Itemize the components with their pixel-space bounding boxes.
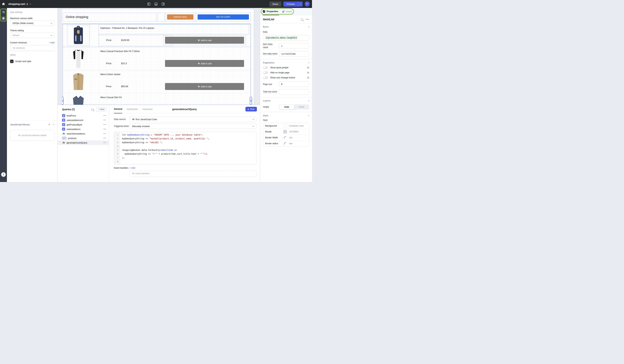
scripts-and-style-label: Scripts and style (15, 60, 31, 63)
height-option-fixed[interactable]: Fixed (294, 105, 309, 109)
new-query-button[interactable]: + New (96, 107, 107, 112)
style-row-label: Background (265, 125, 283, 127)
panel-bottom-icon[interactable] (155, 2, 158, 6)
color-swatch[interactable] (283, 124, 287, 128)
query-list-item[interactable]: fselectedItemsArr••• (57, 118, 109, 122)
style-row-value: 1px (289, 136, 293, 139)
canvas-width-select[interactable]: 1920px (Wide screen) (10, 21, 54, 26)
app-canvas[interactable]: Online shopping Refresh items GO TO CART… (61, 9, 254, 105)
product-row[interactable]: Fjallraven - Foldsack No. 1 Backpack, Fi… (63, 24, 251, 47)
plus-icon[interactable]: + (48, 123, 50, 126)
search-icon[interactable] (301, 18, 303, 21)
query-list-item[interactable]: xselectedItems••• (57, 127, 109, 131)
search-icon[interactable] (91, 108, 94, 111)
ellipsis-icon[interactable]: ••• (103, 132, 106, 135)
query-list-item[interactable]: JsgenerateInsertQuery••• (57, 140, 109, 145)
add-event-handler-button[interactable]: + Add (130, 167, 135, 169)
panel-left-icon[interactable] (147, 2, 151, 6)
shortcuts-empty: No shortcuts (10, 45, 54, 51)
product-row[interactable]: Mens Casual Premium Slim Fit T-ShirtsPri… (63, 47, 251, 70)
ellipsis-icon[interactable]: ••• (103, 119, 106, 121)
ellipsis-icon[interactable]: ••• (306, 18, 309, 21)
total-row-count-input[interactable] (279, 89, 309, 95)
color-swatch[interactable] (283, 130, 287, 134)
theme-select[interactable]: Default (10, 33, 54, 38)
editor-tab-notification[interactable]: Notification (127, 105, 138, 113)
page-title-widget[interactable]: Online shopping (63, 13, 156, 21)
refresh-widget[interactable]: Refresh items (166, 13, 195, 21)
ellipsis-icon[interactable]: ••• (103, 123, 106, 126)
ellipsis-icon[interactable]: ••• (103, 141, 106, 144)
ellipsis-icon[interactable]: ••• (103, 137, 106, 139)
code-content[interactable]: let myDemoQueryString = "INSERT INTO ...… (120, 132, 256, 164)
query-list-item[interactable]: GETproducts••• (57, 136, 109, 140)
item-list-widget[interactable]: Fjallraven - Foldsack No. 1 Backpack, Fi… (63, 24, 251, 105)
go-to-cart-button[interactable]: GO TO CART (198, 14, 249, 20)
editor-tab-advanced[interactable]: Advanced (142, 105, 153, 113)
toggle-switch[interactable] (263, 71, 268, 74)
chevron-up-icon[interactable] (308, 115, 310, 117)
style-row-value: Container color (289, 125, 304, 127)
app-name[interactable]: shopping-cart_1 (8, 2, 28, 5)
product-row[interactable]: Mens Casual Slim Fit (63, 93, 251, 105)
style-row[interactable]: BackgroundContainer color (263, 123, 309, 129)
chevron-up-icon[interactable] (308, 62, 310, 64)
chevron-up-icon[interactable] (53, 124, 55, 126)
js-badge[interactable]: Js (307, 77, 309, 79)
function-icon: f (62, 123, 65, 126)
product-image (67, 25, 90, 46)
event-handlers-empty: No event handlers (130, 171, 257, 177)
page-size-input[interactable]: 6 (279, 81, 309, 87)
query-list-item[interactable]: fgetProductById••• (57, 122, 109, 127)
tab-properties[interactable]: Properties (262, 8, 279, 15)
triggered-when-select[interactable]: Manually invoked (130, 123, 257, 129)
ellipsis-icon[interactable]: ••• (103, 114, 106, 117)
code-line: let myDemoQueryString = "INSERT INTO ...… (122, 133, 256, 137)
refresh-items-button[interactable]: Refresh items (167, 14, 193, 20)
add-to-cart-button[interactable]: Add to cart (165, 60, 244, 67)
itemlist-resize-handle-left[interactable] (61, 97, 64, 105)
scripts-and-style-item[interactable]: ‹› Scripts and style (10, 60, 54, 63)
product-row[interactable]: Mens Cotton JacketPrice:$55.99Add to car… (63, 70, 251, 93)
add-to-cart-button[interactable]: Add to cart (165, 37, 244, 44)
toggle-switch[interactable] (263, 76, 268, 79)
panel-right-icon[interactable] (161, 2, 165, 6)
code-line: ); (122, 156, 256, 160)
js-badge[interactable]: Js (307, 66, 309, 69)
item-data-name-input[interactable]: currentItem (279, 51, 309, 57)
preview-button[interactable]: Preview (283, 1, 303, 7)
js-library-empty: No JavaScript libraries added (10, 130, 54, 141)
style-row[interactable]: Border#D7D9E0 (263, 129, 309, 135)
style-row[interactable]: Border Width1px (263, 135, 309, 141)
home-icon[interactable] (0, 0, 7, 8)
toggle-switch[interactable] (263, 66, 268, 69)
query-list-item[interactable]: ftotalPrice••• (57, 113, 109, 118)
chevron-up-icon[interactable] (308, 100, 310, 102)
add-to-cart-button[interactable]: Add to cart (165, 83, 244, 90)
chevron-down-icon[interactable] (29, 3, 31, 5)
preview-caret[interactable] (298, 1, 303, 7)
help-icon[interactable]: ? (1, 172, 6, 177)
share-button[interactable]: Share (269, 1, 281, 7)
top-bar: shopping-cart_1 Share Preview F (0, 0, 312, 8)
height-option-auto[interactable]: Auto (279, 105, 294, 109)
item-index-input[interactable]: i (279, 43, 309, 49)
ellipsis-icon[interactable]: ••• (103, 128, 106, 130)
query-name: totalPrice (67, 114, 103, 117)
itemlist-resize-handle-right[interactable] (250, 97, 252, 105)
avatar[interactable]: F (305, 1, 310, 6)
cart-widget[interactable]: GO TO CART (196, 13, 251, 21)
js-badge[interactable]: Js (307, 71, 309, 74)
data-input[interactable]: {{products.data.length}} (263, 35, 309, 41)
editor-tab-general[interactable]: General (114, 105, 122, 113)
preview-label[interactable]: Preview (283, 1, 298, 7)
code-editor[interactable]: 12345678 let myDemoQueryString = "INSERT… (114, 132, 257, 164)
chevron-up-icon[interactable] (308, 26, 310, 28)
run-button[interactable]: ▶ Run (245, 107, 257, 111)
data-source-select[interactable]: Js Run JavaScript Code (130, 116, 257, 122)
spacer-widget[interactable] (157, 13, 165, 21)
tab-insert[interactable]: Insert (282, 8, 292, 15)
query-list-item[interactable]: JsclearSelectedtems••• (57, 131, 109, 136)
add-shortcut-button[interactable]: + Add (49, 41, 54, 44)
style-row[interactable]: Border radius4px (263, 141, 309, 147)
